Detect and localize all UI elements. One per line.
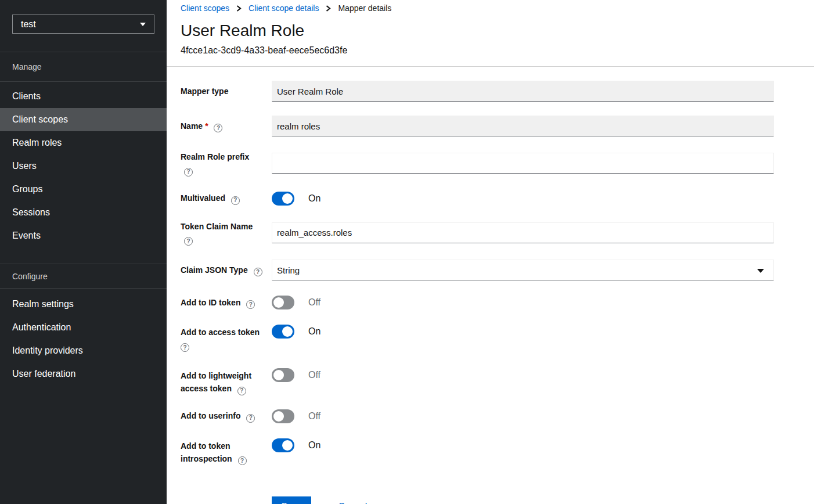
add-to-token-introspection-label: Add to token introspection ?: [181, 438, 272, 466]
field-row-add-to-userinfo: Add to userinfo ? Off: [181, 409, 774, 423]
field-row-claim-json-type: Claim JSON Type ? String: [181, 260, 774, 280]
add-to-userinfo-label: Add to userinfo ?: [181, 409, 272, 423]
chevron-right-icon: [236, 5, 242, 12]
field-row-multivalued: Multivalued ? On: [181, 192, 774, 206]
token-claim-name-input[interactable]: [272, 222, 774, 243]
sidebar-item-events[interactable]: Events: [0, 224, 167, 247]
realm-role-prefix-label: Realm Role prefix ?: [181, 150, 272, 177]
add-to-lightweight-access-token-label: Add to lightweight access token ?: [181, 368, 272, 395]
add-to-userinfo-toggle[interactable]: [272, 409, 294, 423]
field-row-add-to-id-token: Add to ID token ? Off: [181, 296, 774, 309]
sidebar-section-title-manage: Manage: [0, 52, 167, 81]
form-actions: Save Cancel: [181, 496, 774, 504]
help-icon[interactable]: ?: [184, 168, 193, 177]
help-icon[interactable]: ?: [237, 387, 246, 395]
name-label: Name* ?: [181, 120, 272, 133]
main-content: Client scopes Client scope details Mappe…: [167, 0, 814, 504]
breadcrumb: Client scopes Client scope details Mappe…: [181, 3, 800, 13]
sidebar-item-identity-providers[interactable]: Identity providers: [0, 339, 167, 362]
chevron-right-icon: [326, 5, 331, 12]
claim-json-type-value: String: [277, 265, 300, 275]
breadcrumb-client-scope-details[interactable]: Client scope details: [248, 3, 319, 13]
breadcrumb-mapper-details: Mapper details: [338, 3, 391, 13]
add-to-userinfo-state: Off: [308, 411, 320, 422]
save-button[interactable]: Save: [272, 496, 311, 504]
add-to-token-introspection-state: On: [308, 440, 320, 451]
sidebar: test Manage Clients Client scopes Realm …: [0, 0, 167, 504]
sidebar-item-users[interactable]: Users: [0, 154, 167, 178]
mapper-type-label: Mapper type: [181, 85, 272, 98]
page-header: Client scopes Client scope details Mappe…: [167, 0, 814, 67]
realm-role-prefix-input[interactable]: [272, 153, 774, 174]
field-row-mapper-type: Mapper type: [181, 81, 774, 102]
toggle-knob: [273, 370, 284, 380]
toggle-knob: [282, 326, 293, 337]
mapper-details-form: Mapper type Name* ? Realm Role prefix ?: [167, 67, 774, 504]
sidebar-nav-configure: Realm settings Authentication Identity p…: [0, 289, 167, 386]
required-asterisk: *: [205, 121, 208, 131]
sidebar-nav-manage: Clients Client scopes Realm roles Users …: [0, 82, 167, 247]
add-to-id-token-toggle[interactable]: [272, 296, 294, 309]
keycloak-admin-console: test Manage Clients Client scopes Realm …: [0, 0, 814, 504]
cancel-button[interactable]: Cancel: [338, 502, 367, 504]
sidebar-item-authentication[interactable]: Authentication: [0, 316, 167, 339]
help-icon[interactable]: ?: [246, 414, 255, 423]
name-input[interactable]: [272, 116, 774, 136]
page-title: User Realm Role: [181, 21, 800, 41]
field-row-add-to-lightweight-access-token: Add to lightweight access token ? Off: [181, 368, 774, 395]
add-to-id-token-label: Add to ID token ?: [181, 296, 272, 309]
help-icon[interactable]: ?: [238, 456, 247, 465]
field-row-add-to-token-introspection: Add to token introspection ? On: [181, 438, 774, 466]
add-to-id-token-state: Off: [308, 297, 320, 308]
help-icon[interactable]: ?: [214, 124, 222, 132]
field-row-token-claim-name: Token Claim Name ?: [181, 220, 774, 246]
breadcrumb-client-scopes[interactable]: Client scopes: [181, 3, 229, 13]
help-icon[interactable]: ?: [254, 268, 262, 276]
toggle-knob: [273, 411, 284, 422]
sidebar-item-realm-settings[interactable]: Realm settings: [0, 293, 167, 316]
chevron-down-icon: [757, 269, 764, 273]
help-icon[interactable]: ?: [181, 343, 189, 352]
help-icon[interactable]: ?: [246, 300, 255, 309]
add-to-lightweight-access-token-state: Off: [308, 370, 320, 380]
field-row-name: Name* ?: [181, 116, 774, 136]
sidebar-item-clients[interactable]: Clients: [0, 85, 167, 108]
sidebar-item-groups[interactable]: Groups: [0, 178, 167, 201]
multivalued-label: Multivalued ?: [181, 192, 272, 205]
sidebar-item-sessions[interactable]: Sessions: [0, 201, 167, 224]
add-to-access-token-label: Add to access token ?: [181, 325, 272, 352]
mapper-type-input[interactable]: [272, 81, 774, 102]
help-icon[interactable]: ?: [231, 196, 240, 205]
realm-selector-value: test: [21, 19, 36, 30]
realm-selector-dropdown[interactable]: test: [12, 15, 154, 34]
claim-json-type-label: Claim JSON Type ?: [181, 264, 272, 277]
chevron-down-icon: [140, 23, 146, 26]
sidebar-section-title-configure: Configure: [0, 264, 167, 288]
add-to-access-token-toggle[interactable]: [272, 325, 294, 339]
mapper-id: 4fcce1ac-3cd9-4a33-beaf-eece5ec6d3fe: [181, 45, 800, 56]
multivalued-state: On: [308, 193, 320, 204]
field-row-add-to-access-token: Add to access token ? On: [181, 325, 774, 352]
sidebar-item-realm-roles[interactable]: Realm roles: [0, 131, 167, 154]
add-to-token-introspection-toggle[interactable]: [272, 438, 294, 452]
toggle-knob: [282, 193, 293, 204]
add-to-lightweight-access-token-toggle[interactable]: [272, 368, 294, 382]
toggle-knob: [273, 297, 284, 308]
multivalued-toggle[interactable]: [272, 192, 294, 206]
sidebar-item-client-scopes[interactable]: Client scopes: [0, 108, 167, 131]
help-icon[interactable]: ?: [184, 237, 193, 246]
add-to-access-token-state: On: [308, 326, 320, 337]
field-row-realm-role-prefix: Realm Role prefix ?: [181, 150, 774, 177]
toggle-knob: [282, 440, 293, 451]
claim-json-type-select[interactable]: String: [272, 260, 774, 280]
sidebar-item-user-federation[interactable]: User federation: [0, 362, 167, 386]
token-claim-name-label: Token Claim Name ?: [181, 220, 272, 246]
